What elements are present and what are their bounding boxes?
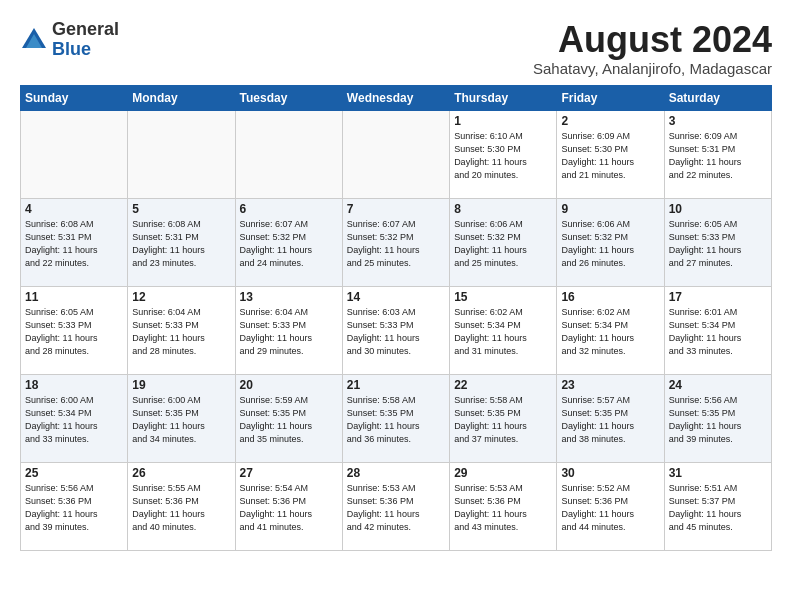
day-number: 3 <box>669 114 767 128</box>
calendar-cell-4-6: 23Sunrise: 5:57 AM Sunset: 5:35 PM Dayli… <box>557 374 664 462</box>
day-info: Sunrise: 5:54 AM Sunset: 5:36 PM Dayligh… <box>240 482 338 534</box>
day-number: 15 <box>454 290 552 304</box>
day-number: 23 <box>561 378 659 392</box>
day-info: Sunrise: 5:53 AM Sunset: 5:36 PM Dayligh… <box>347 482 445 534</box>
day-number: 22 <box>454 378 552 392</box>
calendar-cell-5-4: 28Sunrise: 5:53 AM Sunset: 5:36 PM Dayli… <box>342 462 449 550</box>
title-area: August 2024 Sahatavy, Analanjirofo, Mada… <box>533 20 772 77</box>
day-number: 9 <box>561 202 659 216</box>
calendar-cell-2-2: 5Sunrise: 6:08 AM Sunset: 5:31 PM Daylig… <box>128 198 235 286</box>
day-info: Sunrise: 6:03 AM Sunset: 5:33 PM Dayligh… <box>347 306 445 358</box>
day-number: 28 <box>347 466 445 480</box>
week-row-4: 18Sunrise: 6:00 AM Sunset: 5:34 PM Dayli… <box>21 374 772 462</box>
calendar-cell-3-5: 15Sunrise: 6:02 AM Sunset: 5:34 PM Dayli… <box>450 286 557 374</box>
header-sunday: Sunday <box>21 85 128 110</box>
calendar-cell-3-7: 17Sunrise: 6:01 AM Sunset: 5:34 PM Dayli… <box>664 286 771 374</box>
logo-text: General Blue <box>52 20 119 60</box>
day-info: Sunrise: 5:53 AM Sunset: 5:36 PM Dayligh… <box>454 482 552 534</box>
calendar-cell-2-3: 6Sunrise: 6:07 AM Sunset: 5:32 PM Daylig… <box>235 198 342 286</box>
calendar-cell-2-1: 4Sunrise: 6:08 AM Sunset: 5:31 PM Daylig… <box>21 198 128 286</box>
logo: General Blue <box>20 20 119 60</box>
day-info: Sunrise: 5:59 AM Sunset: 5:35 PM Dayligh… <box>240 394 338 446</box>
day-number: 10 <box>669 202 767 216</box>
day-info: Sunrise: 5:51 AM Sunset: 5:37 PM Dayligh… <box>669 482 767 534</box>
calendar-cell-4-4: 21Sunrise: 5:58 AM Sunset: 5:35 PM Dayli… <box>342 374 449 462</box>
calendar-cell-1-2 <box>128 110 235 198</box>
day-number: 24 <box>669 378 767 392</box>
day-info: Sunrise: 6:10 AM Sunset: 5:30 PM Dayligh… <box>454 130 552 182</box>
header-row: Sunday Monday Tuesday Wednesday Thursday… <box>21 85 772 110</box>
header: General Blue August 2024 Sahatavy, Anala… <box>20 20 772 77</box>
day-info: Sunrise: 6:07 AM Sunset: 5:32 PM Dayligh… <box>347 218 445 270</box>
header-saturday: Saturday <box>664 85 771 110</box>
calendar-cell-3-1: 11Sunrise: 6:05 AM Sunset: 5:33 PM Dayli… <box>21 286 128 374</box>
calendar-cell-1-1 <box>21 110 128 198</box>
week-row-5: 25Sunrise: 5:56 AM Sunset: 5:36 PM Dayli… <box>21 462 772 550</box>
calendar-cell-4-5: 22Sunrise: 5:58 AM Sunset: 5:35 PM Dayli… <box>450 374 557 462</box>
calendar-cell-3-2: 12Sunrise: 6:04 AM Sunset: 5:33 PM Dayli… <box>128 286 235 374</box>
day-number: 7 <box>347 202 445 216</box>
day-info: Sunrise: 6:09 AM Sunset: 5:30 PM Dayligh… <box>561 130 659 182</box>
day-info: Sunrise: 5:52 AM Sunset: 5:36 PM Dayligh… <box>561 482 659 534</box>
week-row-1: 1Sunrise: 6:10 AM Sunset: 5:30 PM Daylig… <box>21 110 772 198</box>
location-text: Sahatavy, Analanjirofo, Madagascar <box>533 60 772 77</box>
day-number: 18 <box>25 378 123 392</box>
calendar-cell-4-2: 19Sunrise: 6:00 AM Sunset: 5:35 PM Dayli… <box>128 374 235 462</box>
day-info: Sunrise: 5:56 AM Sunset: 5:36 PM Dayligh… <box>25 482 123 534</box>
calendar-cell-2-5: 8Sunrise: 6:06 AM Sunset: 5:32 PM Daylig… <box>450 198 557 286</box>
day-info: Sunrise: 5:57 AM Sunset: 5:35 PM Dayligh… <box>561 394 659 446</box>
day-info: Sunrise: 5:55 AM Sunset: 5:36 PM Dayligh… <box>132 482 230 534</box>
day-info: Sunrise: 5:56 AM Sunset: 5:35 PM Dayligh… <box>669 394 767 446</box>
calendar-cell-4-3: 20Sunrise: 5:59 AM Sunset: 5:35 PM Dayli… <box>235 374 342 462</box>
day-number: 12 <box>132 290 230 304</box>
calendar-cell-5-3: 27Sunrise: 5:54 AM Sunset: 5:36 PM Dayli… <box>235 462 342 550</box>
calendar-cell-2-7: 10Sunrise: 6:05 AM Sunset: 5:33 PM Dayli… <box>664 198 771 286</box>
day-info: Sunrise: 6:05 AM Sunset: 5:33 PM Dayligh… <box>25 306 123 358</box>
day-number: 11 <box>25 290 123 304</box>
calendar-cell-5-2: 26Sunrise: 5:55 AM Sunset: 5:36 PM Dayli… <box>128 462 235 550</box>
day-number: 8 <box>454 202 552 216</box>
day-info: Sunrise: 6:05 AM Sunset: 5:33 PM Dayligh… <box>669 218 767 270</box>
day-number: 16 <box>561 290 659 304</box>
calendar-header: Sunday Monday Tuesday Wednesday Thursday… <box>21 85 772 110</box>
header-friday: Friday <box>557 85 664 110</box>
calendar-cell-3-4: 14Sunrise: 6:03 AM Sunset: 5:33 PM Dayli… <box>342 286 449 374</box>
day-number: 27 <box>240 466 338 480</box>
day-number: 19 <box>132 378 230 392</box>
day-info: Sunrise: 6:00 AM Sunset: 5:35 PM Dayligh… <box>132 394 230 446</box>
day-number: 14 <box>347 290 445 304</box>
header-monday: Monday <box>128 85 235 110</box>
calendar-cell-3-3: 13Sunrise: 6:04 AM Sunset: 5:33 PM Dayli… <box>235 286 342 374</box>
logo-blue-text: Blue <box>52 40 119 60</box>
header-wednesday: Wednesday <box>342 85 449 110</box>
calendar-cell-1-6: 2Sunrise: 6:09 AM Sunset: 5:30 PM Daylig… <box>557 110 664 198</box>
day-number: 31 <box>669 466 767 480</box>
day-number: 6 <box>240 202 338 216</box>
day-number: 21 <box>347 378 445 392</box>
header-thursday: Thursday <box>450 85 557 110</box>
week-row-2: 4Sunrise: 6:08 AM Sunset: 5:31 PM Daylig… <box>21 198 772 286</box>
calendar-cell-5-5: 29Sunrise: 5:53 AM Sunset: 5:36 PM Dayli… <box>450 462 557 550</box>
calendar-cell-2-4: 7Sunrise: 6:07 AM Sunset: 5:32 PM Daylig… <box>342 198 449 286</box>
month-year-title: August 2024 <box>533 20 772 60</box>
day-info: Sunrise: 5:58 AM Sunset: 5:35 PM Dayligh… <box>347 394 445 446</box>
week-row-3: 11Sunrise: 6:05 AM Sunset: 5:33 PM Dayli… <box>21 286 772 374</box>
day-info: Sunrise: 6:06 AM Sunset: 5:32 PM Dayligh… <box>561 218 659 270</box>
day-number: 5 <box>132 202 230 216</box>
day-number: 29 <box>454 466 552 480</box>
page: General Blue August 2024 Sahatavy, Anala… <box>0 0 792 561</box>
calendar-cell-4-7: 24Sunrise: 5:56 AM Sunset: 5:35 PM Dayli… <box>664 374 771 462</box>
calendar-cell-1-4 <box>342 110 449 198</box>
calendar-body: 1Sunrise: 6:10 AM Sunset: 5:30 PM Daylig… <box>21 110 772 550</box>
day-info: Sunrise: 6:04 AM Sunset: 5:33 PM Dayligh… <box>132 306 230 358</box>
day-number: 1 <box>454 114 552 128</box>
day-info: Sunrise: 6:07 AM Sunset: 5:32 PM Dayligh… <box>240 218 338 270</box>
day-number: 20 <box>240 378 338 392</box>
day-info: Sunrise: 6:06 AM Sunset: 5:32 PM Dayligh… <box>454 218 552 270</box>
calendar-cell-5-1: 25Sunrise: 5:56 AM Sunset: 5:36 PM Dayli… <box>21 462 128 550</box>
calendar-cell-4-1: 18Sunrise: 6:00 AM Sunset: 5:34 PM Dayli… <box>21 374 128 462</box>
calendar-cell-5-6: 30Sunrise: 5:52 AM Sunset: 5:36 PM Dayli… <box>557 462 664 550</box>
day-info: Sunrise: 6:02 AM Sunset: 5:34 PM Dayligh… <box>561 306 659 358</box>
day-number: 26 <box>132 466 230 480</box>
calendar-table: Sunday Monday Tuesday Wednesday Thursday… <box>20 85 772 551</box>
